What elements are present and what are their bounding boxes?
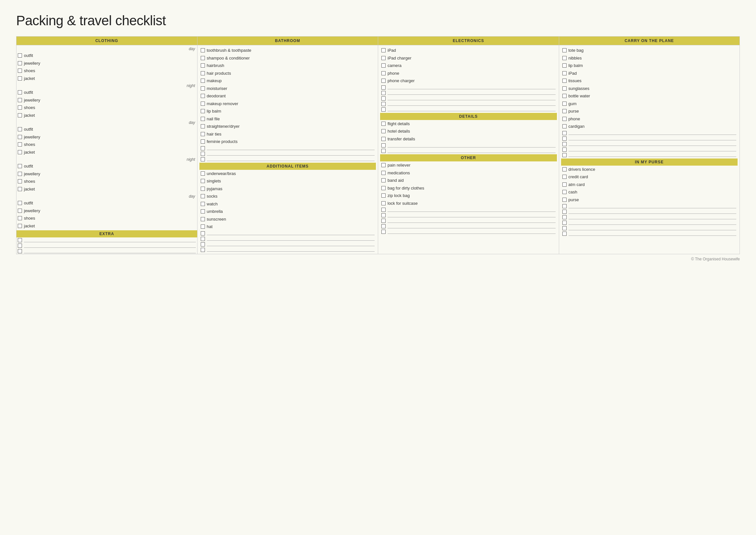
clothing-item: jewellery xyxy=(16,133,197,141)
inmypurse-item: credit card xyxy=(561,173,738,181)
extra-blank xyxy=(16,238,197,243)
other-item: zip lock bag xyxy=(380,192,557,200)
bathroom-blank xyxy=(200,146,376,151)
clothing-item: jewellery xyxy=(16,170,197,178)
additional-item: socks xyxy=(200,192,376,200)
clothing-item: jacket xyxy=(16,222,197,230)
other-item: pain reliever xyxy=(380,161,557,169)
clothing-item: outfit xyxy=(16,52,197,60)
electronics-blank xyxy=(380,107,557,112)
bathroom-item: hair ties xyxy=(200,130,376,138)
clothing-night1-label: night xyxy=(16,82,197,89)
carryon-item: cardigan xyxy=(561,123,738,130)
electronics-blank xyxy=(380,90,557,96)
additional-item: singlets xyxy=(200,177,376,185)
bathroom-item: straightener/dryer xyxy=(200,123,376,130)
inmypurse-blank xyxy=(561,214,738,220)
copyright-text: © The Organised Housewife xyxy=(16,257,740,261)
electronics-item: iPad xyxy=(380,46,557,54)
inmypurse-blank xyxy=(561,220,738,225)
bathroom-item: makeup xyxy=(200,77,376,85)
bathroom-item: hair products xyxy=(200,70,376,77)
other-item: lock for suitcase xyxy=(380,200,557,207)
additional-blank xyxy=(200,241,376,247)
clothing-item: shoes xyxy=(16,178,197,185)
carryon-item: nibbles xyxy=(561,54,738,62)
clothing-item: jewellery xyxy=(16,207,197,215)
carryon-item: tissues xyxy=(561,77,738,85)
other-header: OTHER xyxy=(380,154,557,161)
bathroom-item: nail file xyxy=(200,115,376,123)
bathroom-item: makeup remover xyxy=(200,100,376,108)
other-item: band aid xyxy=(380,177,557,184)
other-blank xyxy=(380,229,557,235)
carryon-item: phone xyxy=(561,115,738,123)
carryon-item: lip balm xyxy=(561,62,738,70)
inmypurse-blank xyxy=(561,209,738,214)
inmypurse-blank xyxy=(561,225,738,231)
other-item: medications xyxy=(380,169,557,177)
additional-item: sunscreen xyxy=(200,215,376,223)
clothing-item: shoes xyxy=(16,67,197,75)
details-blank xyxy=(380,148,557,154)
carryon-item: purse xyxy=(561,107,738,115)
inmypurse-item: drivers licence xyxy=(561,166,738,173)
additional-item: watch xyxy=(200,200,376,208)
bathroom-item: shampoo & conditioner xyxy=(200,54,376,62)
inmypurse-item: cash xyxy=(561,188,738,196)
clothing-item: jewellery xyxy=(16,97,197,104)
carryon-item: tote bag xyxy=(561,46,738,54)
additional-item: umbrella xyxy=(200,208,376,215)
other-blank xyxy=(380,207,557,212)
bathroom-blank xyxy=(200,151,376,156)
electronics-header: ELECTRONICS xyxy=(378,37,559,45)
clothing-item: jacket xyxy=(16,75,197,82)
other-blank xyxy=(380,218,557,223)
clothing-day3-label: day xyxy=(16,193,197,199)
carryon-blank xyxy=(561,136,738,141)
details-item: flight details xyxy=(380,120,557,128)
carryon-blank xyxy=(561,152,738,158)
electronics-item: iPad charger xyxy=(380,54,557,62)
additional-blank xyxy=(200,231,376,236)
clothing-item: outfit xyxy=(16,89,197,97)
clothing-item: outfit xyxy=(16,199,197,207)
details-item: transfer details xyxy=(380,135,557,143)
additional-item: underwear/bras xyxy=(200,170,376,178)
electronics-item: phone xyxy=(380,70,557,77)
clothing-item: jacket xyxy=(16,149,197,156)
electronics-item: phone charger xyxy=(380,77,557,85)
clothing-day2-label: day xyxy=(16,119,197,126)
other-item: bag for dirty clothes xyxy=(380,184,557,192)
additional-header: ADDITIONAL ITEMS xyxy=(200,163,376,170)
bathroom-header: BATHROOM xyxy=(198,37,378,45)
clothing-item: jewellery xyxy=(16,60,197,67)
clothing-item: shoes xyxy=(16,214,197,222)
bathroom-item: toothbrush & toothpaste xyxy=(200,46,376,54)
details-header: DETAILS xyxy=(380,113,557,120)
clothing-item: shoes xyxy=(16,141,197,149)
clothing-header: CLOTHING xyxy=(16,37,197,45)
carryon-item: iPad xyxy=(561,70,738,77)
inmypurse-blank xyxy=(561,204,738,209)
extra-header: EXTRA xyxy=(16,230,197,238)
extra-blank xyxy=(16,248,197,254)
bathroom-item: lip balm xyxy=(200,107,376,115)
electronics-blank xyxy=(380,101,557,107)
electronics-blank xyxy=(380,96,557,101)
other-blank xyxy=(380,212,557,218)
additional-blank xyxy=(200,247,376,253)
clothing-item: outfit xyxy=(16,162,197,170)
bathroom-item: feminie products xyxy=(200,138,376,146)
carryon-item: bottle water xyxy=(561,92,738,100)
additional-item: pyjamas xyxy=(200,185,376,193)
extra-blank xyxy=(16,243,197,248)
electronics-blank xyxy=(380,85,557,90)
clothing-item: jacket xyxy=(16,112,197,119)
clothing-night2-label: night xyxy=(16,156,197,162)
details-item: hotel details xyxy=(380,127,557,135)
bathroom-item: moisturiser xyxy=(200,85,376,93)
carryon-blank xyxy=(561,130,738,136)
clothing-item: shoes xyxy=(16,104,197,112)
inmypurse-blank xyxy=(561,231,738,237)
